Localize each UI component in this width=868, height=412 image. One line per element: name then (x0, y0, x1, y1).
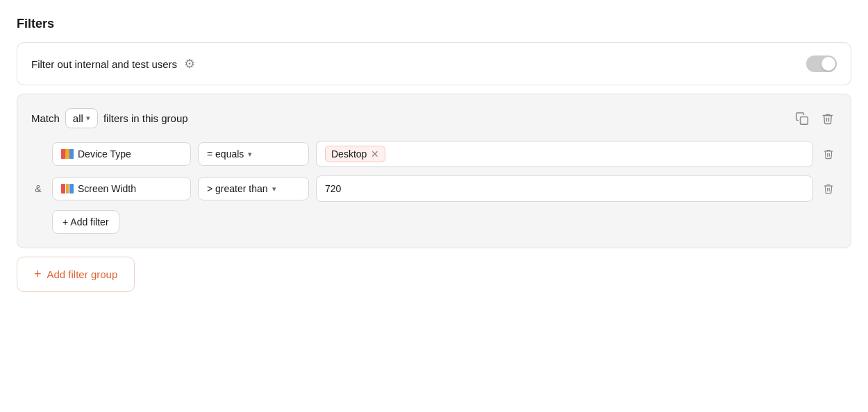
value-container-screen-width (316, 175, 813, 202)
add-filter-label: + Add filter (62, 216, 109, 228)
value-container-device-type: Desktop ✕ (316, 141, 813, 167)
add-filter-group-plus-icon: + (34, 267, 42, 282)
svg-rect-7 (69, 149, 74, 159)
add-filter-group-button[interactable]: + Add filter group (17, 257, 135, 292)
toggle-knob (821, 57, 835, 71)
operator-label-equals: = equals (207, 148, 244, 160)
field-selector-device-type[interactable]: Device Type (52, 142, 191, 166)
tag-close-icon[interactable]: ✕ (371, 148, 379, 160)
group-header-left: Match all ▾ filters in this group (31, 108, 188, 128)
internal-filter-row: Filter out internal and test users ⚙ (17, 42, 851, 85)
filter-row-2: & Screen Width > greater than ▾ (31, 175, 837, 202)
svg-rect-9 (66, 184, 69, 194)
internal-filter-label: Filter out internal and test users ⚙ (31, 56, 195, 71)
svg-rect-5 (61, 149, 65, 159)
gear-icon[interactable]: ⚙ (184, 56, 195, 71)
group-header-right (792, 109, 837, 128)
operator-greater-than[interactable]: > greater than ▾ (198, 177, 309, 200)
add-filter-button[interactable]: + Add filter (52, 210, 119, 234)
svg-rect-6 (66, 149, 69, 159)
match-value: all (73, 112, 83, 124)
internal-filter-toggle[interactable] (806, 55, 837, 72)
svg-rect-10 (69, 184, 74, 194)
field-label-device-type: Device Type (78, 148, 131, 160)
group-header: Match all ▾ filters in this group (31, 108, 837, 128)
row-connector-2: & (31, 183, 45, 194)
operator-equals[interactable]: = equals ▾ (198, 142, 309, 166)
tag-value: Desktop (331, 148, 367, 160)
delete-filter-1-button[interactable] (820, 145, 837, 163)
screen-width-input[interactable] (325, 183, 804, 194)
group-header-text: filters in this group (103, 112, 188, 124)
delete-filter-2-button[interactable] (820, 180, 837, 198)
page-title: Filters (17, 17, 851, 31)
field-label-screen-width: Screen Width (78, 183, 136, 194)
copy-group-button[interactable] (792, 109, 812, 128)
filter-row: Device Type = equals ▾ Desktop ✕ (31, 141, 837, 167)
chevron-down-icon: ▾ (86, 114, 90, 123)
add-filter-group-label: Add filter group (47, 268, 118, 280)
chevron-down-icon: ▾ (248, 150, 252, 159)
field-selector-screen-width[interactable]: Screen Width (52, 177, 191, 200)
match-label: Match (31, 112, 60, 124)
svg-rect-0 (801, 117, 808, 124)
filter-group: Match all ▾ filters in this group (17, 94, 851, 248)
chevron-down-icon: ▾ (272, 184, 276, 194)
operator-label-greater-than: > greater than (207, 183, 268, 194)
match-dropdown[interactable]: all ▾ (65, 108, 98, 128)
internal-filter-text: Filter out internal and test users (31, 58, 177, 70)
svg-rect-8 (61, 184, 65, 194)
delete-group-button[interactable] (819, 109, 837, 128)
desktop-tag[interactable]: Desktop ✕ (325, 146, 385, 162)
